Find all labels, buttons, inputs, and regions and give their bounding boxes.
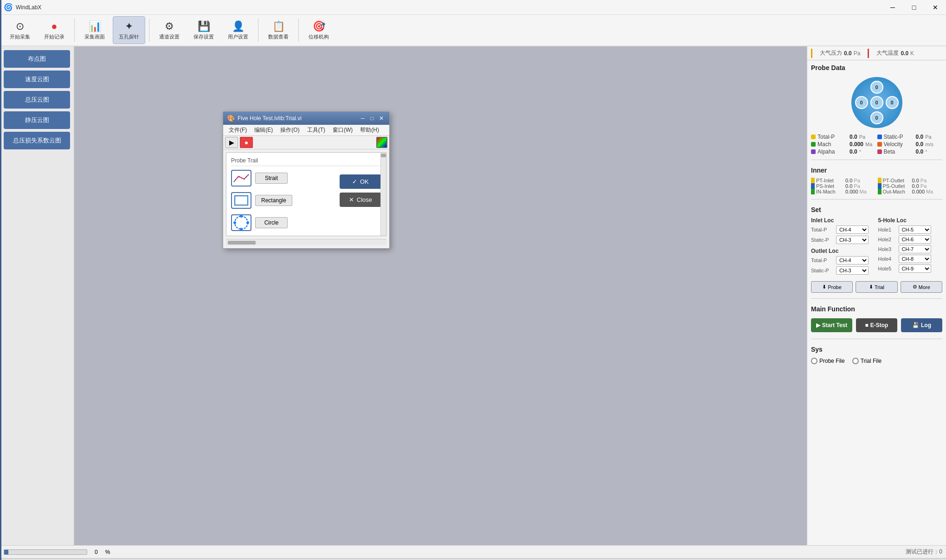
- ps-inlet-row: PS-Inlet 0.0 Pa: [811, 183, 876, 189]
- toolbar-caiji-huamian[interactable]: 📊 采集画面: [78, 16, 111, 44]
- atmo-temp-value: 0.0: [901, 50, 908, 57]
- close-x-icon: ✕: [349, 196, 354, 203]
- sidebar-sudu-yuntu[interactable]: 速度云图: [4, 71, 70, 88]
- dialog-close-action-button[interactable]: ✕ Close: [340, 193, 381, 207]
- static-p-color: [877, 135, 882, 139]
- rectangle-button[interactable]: Rectangle: [255, 195, 292, 206]
- menu-help[interactable]: 帮助(H): [356, 125, 383, 135]
- trial-btn[interactable]: ⬇ Trial: [856, 281, 897, 293]
- sidebar-budian-tu[interactable]: 布点图: [4, 50, 70, 68]
- strait-button[interactable]: Strait: [255, 173, 288, 184]
- dialog-color-btn[interactable]: [376, 137, 387, 148]
- sidebar-zongsun-yuntu[interactable]: 总压损失系数云图: [4, 132, 70, 149]
- dialog-titlebar: 🎨 Five Hole Test.lvlib:Trial.vi ─ □ ✕: [223, 112, 389, 125]
- velocity-unit: m/s: [925, 142, 933, 147]
- toolbar-kaishi-jilu[interactable]: ● 开始记录: [38, 16, 71, 44]
- titlebar: 🌀 WindLabX ─ □ ✕: [0, 0, 946, 15]
- outlet-static-p-lbl: Static-P: [811, 268, 834, 273]
- sidebar-jingya-yuntu[interactable]: 静压云图: [4, 111, 70, 129]
- ps-inlet-color: [811, 183, 815, 189]
- svg-point-1: [235, 216, 248, 229]
- toolbar-shuju[interactable]: 📋 数据查看: [262, 16, 295, 44]
- dialog-content-area: Probe Trail: [226, 152, 386, 236]
- strait-icon: [233, 172, 250, 185]
- probe-btn[interactable]: ⬇ Probe: [811, 281, 853, 293]
- ok-button[interactable]: ✓ OK: [340, 174, 381, 189]
- dialog-stop-btn[interactable]: ●: [240, 137, 253, 148]
- tongdao-icon: ⚙: [165, 20, 174, 32]
- hole2-select[interactable]: CH-6CH-1CH-2CH-3CH-5: [899, 235, 931, 244]
- dialog-close-btn[interactable]: ✕: [377, 114, 386, 122]
- log-button[interactable]: 💾 Log: [901, 318, 942, 332]
- progress-value: 0: [95, 549, 98, 555]
- estop-icon: ■: [865, 322, 869, 328]
- trial-file-label: Trial File: [861, 358, 882, 364]
- dialog-hscrollbar[interactable]: [226, 239, 386, 245]
- outlet-total-p-select[interactable]: CH-4CH-1CH-2CH-3CH-5: [836, 256, 869, 264]
- more-btn[interactable]: ⚙ More: [901, 281, 942, 293]
- scrollbar-thumb[interactable]: [381, 154, 386, 157]
- dialog-run-btn[interactable]: ▶: [225, 137, 238, 148]
- menu-tools[interactable]: 工具(T): [303, 125, 329, 135]
- weizhi-icon: 🎯: [313, 20, 325, 32]
- total-p-color: [811, 135, 816, 139]
- menu-operate[interactable]: 操作(O): [277, 125, 303, 135]
- probe-hole-bottom: 0: [870, 111, 883, 124]
- estop-button[interactable]: ■ E-Stop: [856, 318, 897, 332]
- pt-outlet-row: PT-Outlet 0.0 Pa: [878, 178, 943, 183]
- right-panel: 大气压力 0.0 Pa 大气温度 0.0 K Probe Data 0 0: [807, 46, 946, 545]
- outlet-total-p-row: Total-P CH-4CH-1CH-2CH-3CH-5: [811, 256, 875, 264]
- pt-inlet-lbl: PT-Inlet: [816, 178, 844, 183]
- toolbar-tongdao[interactable]: ⚙ 通道设置: [153, 16, 186, 44]
- probe-file-radio[interactable]: [811, 358, 817, 364]
- in-mach-val: 0.000: [845, 189, 858, 194]
- toolbar-weizhi[interactable]: 🎯 位移机构: [302, 16, 335, 44]
- hole2-row: Hole2 CH-6CH-1CH-2CH-3CH-5: [878, 235, 943, 244]
- outlet-static-p-select[interactable]: CH-3CH-1CH-2CH-4CH-5: [836, 266, 869, 275]
- start-test-button[interactable]: ▶ Start Test: [811, 318, 852, 332]
- dialog-maximize-btn[interactable]: □: [368, 114, 376, 122]
- menu-file[interactable]: 文件(F): [225, 125, 251, 135]
- trial-file-radio[interactable]: [852, 358, 859, 364]
- trial-btn-label: Trial: [875, 284, 884, 290]
- hole1-select[interactable]: CH-5CH-1CH-2CH-3CH-4: [899, 225, 931, 234]
- hole4-select[interactable]: CH-8CH-1CH-2CH-3CH-5: [899, 255, 931, 263]
- window-title: WindLabX: [16, 4, 41, 11]
- toolbar-sep3: [258, 19, 258, 42]
- toolbar-wukong-caice[interactable]: ✦ 五孔探针: [113, 16, 145, 44]
- inlet-static-p-select[interactable]: CH-3CH-1CH-2CH-4CH-5: [836, 236, 869, 244]
- total-p-unit: Pa: [859, 134, 865, 140]
- circle-button[interactable]: Circle: [255, 217, 288, 228]
- circle-icon: [233, 214, 250, 231]
- toolbar-yonghu[interactable]: 👤 用户设置: [222, 16, 254, 44]
- close-window-button[interactable]: ✕: [925, 0, 946, 15]
- maximize-button[interactable]: □: [903, 0, 925, 15]
- toolbar-kaishi-caiji[interactable]: ⊙ 开始采集: [4, 16, 36, 44]
- dialog-minimize-btn[interactable]: ─: [359, 114, 367, 122]
- hole3-select[interactable]: CH-7CH-1CH-2CH-3CH-5: [899, 245, 931, 253]
- kaishi-jilu-label: 开始记录: [44, 33, 64, 40]
- atmo-temp-divider: [868, 49, 869, 58]
- dialog-scrollbar[interactable]: [380, 153, 386, 236]
- toolbar-baocun[interactable]: 💾 保存设置: [187, 16, 220, 44]
- menu-window[interactable]: 窗口(W): [329, 125, 356, 135]
- progress-bar-fill: [4, 550, 8, 554]
- sidebar-zongy-yuntu[interactable]: 总压云图: [4, 91, 70, 109]
- hscrollbar-thumb[interactable]: [228, 241, 256, 245]
- estop-label: E-Stop: [870, 322, 888, 328]
- ok-label: OK: [360, 178, 369, 185]
- inlet-total-p-lbl: Total-P: [811, 227, 834, 232]
- pt-outlet-color: [878, 178, 882, 183]
- hole1-row: Hole1 CH-5CH-1CH-2CH-3CH-4: [878, 225, 943, 234]
- kaishi-caiji-label: 开始采集: [10, 33, 30, 40]
- menu-edit[interactable]: 编辑(E): [251, 125, 277, 135]
- minimize-button[interactable]: ─: [882, 0, 903, 15]
- rectangle-icon-box: [231, 192, 251, 209]
- hole5-select[interactable]: CH-9CH-1CH-2CH-3CH-5: [899, 264, 931, 273]
- atmo-bar: 大气压力 0.0 Pa 大气温度 0.0 K: [807, 46, 946, 60]
- inlet-total-p-select[interactable]: CH-4CH-1CH-2CH-3CH-5: [836, 225, 869, 234]
- trial-btn-icon: ⬇: [869, 284, 873, 290]
- divider1: [811, 160, 942, 160]
- set-hole-col: 5-Hole Loc Hole1 CH-5CH-1CH-2CH-3CH-4 Ho…: [878, 217, 943, 277]
- probe-btn-label: Probe: [828, 284, 841, 290]
